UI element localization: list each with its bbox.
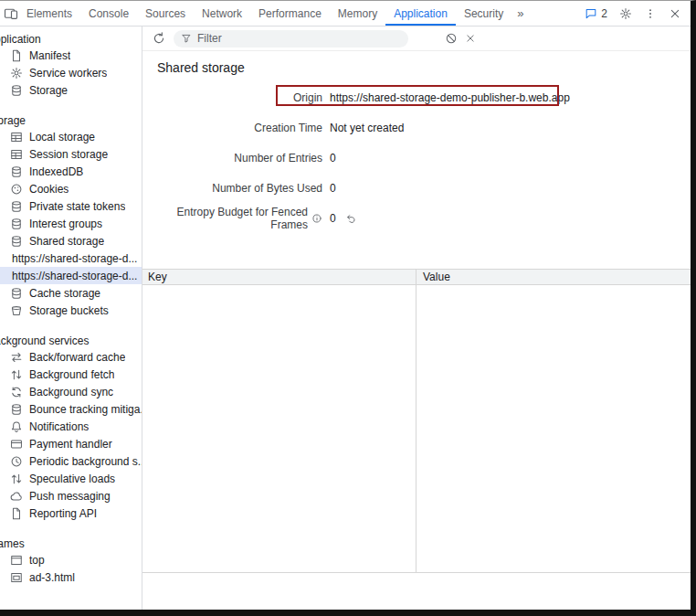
notifications-bell-icon (10, 420, 23, 433)
sidebar-item-label: top (29, 554, 45, 567)
sidebar-item-label: Payment handler (29, 438, 112, 451)
metadata-row-number-of-bytes: Number of Bytes Used 0 (142, 179, 691, 197)
section-title-background-services: Background services (0, 334, 129, 348)
section-storage: Storage Local storage Session storage In… (0, 113, 142, 319)
entropy-budget-label-text: Entropy Budget for Fenced Frames (142, 206, 308, 231)
messages-bubble-icon (585, 7, 597, 20)
sidebar-item-label: Manifest (29, 49, 70, 62)
sidebar-item-shared-storage-origin-b-selected[interactable]: https://shared-storage-d... (0, 267, 142, 284)
metadata-row-entropy-budget: Entropy Budget for Fenced Frames 0 (142, 209, 691, 228)
background-fetch-icon (10, 368, 23, 381)
entropy-budget-value: 0 (330, 212, 336, 225)
sidebar-item-storage[interactable]: Storage (0, 81, 142, 99)
column-divider (416, 285, 417, 572)
sidebar-item-shared-storage[interactable]: Shared storage (0, 232, 142, 250)
metadata-label: Entropy Budget for Fenced Frames (142, 206, 322, 231)
sidebar-item-speculative-loads[interactable]: Speculative loads (0, 470, 142, 487)
session-storage-table-icon (10, 148, 23, 161)
manifest-document-icon (10, 49, 23, 62)
sidebar-item-cache-storage[interactable]: Cache storage (0, 284, 142, 302)
sidebar-item-periodic-background-sync[interactable]: Periodic background s... (0, 452, 142, 470)
sidebar-item-session-storage[interactable]: Session storage (0, 145, 142, 163)
clear-all-icon[interactable] (445, 32, 458, 45)
sidebar-item-push-messaging[interactable]: Push messaging (0, 487, 142, 504)
sidebar-item-label: Bounce tracking mitiga... (29, 403, 142, 416)
kebab-menu-icon[interactable] (644, 7, 657, 20)
more-tabs-button[interactable]: » (511, 1, 529, 26)
shared-storage-icon (10, 235, 23, 248)
sidebar-item-interest-groups[interactable]: Interest groups (0, 215, 142, 232)
sidebar-item-payment-handler[interactable]: Payment handler (0, 435, 142, 452)
sidebar-item-frame-ad3[interactable]: ad-3.html (0, 568, 142, 586)
tab-sources[interactable]: Sources (137, 1, 194, 26)
tab-performance[interactable]: Performance (250, 1, 330, 26)
sidebar-item-background-fetch[interactable]: Background fetch (0, 366, 142, 383)
application-sidebar: Application Manifest Service workers Sto… (0, 27, 142, 610)
issues-indicator[interactable]: 2 (585, 7, 607, 20)
metadata-label: Creation Time (142, 122, 322, 134)
sidebar-item-notifications[interactable]: Notifications (0, 418, 142, 435)
sidebar-item-label: Periodic background s... (29, 455, 142, 468)
sidebar-item-label: Cache storage (29, 287, 100, 300)
tab-application[interactable]: Application (385, 1, 456, 26)
table-body-empty (142, 285, 691, 573)
sidebar-item-frame-top[interactable]: top (0, 551, 142, 568)
sidebar-item-shared-storage-origin-a[interactable]: https://shared-storage-d... (0, 250, 142, 267)
back-forward-cache-icon (10, 351, 23, 364)
sidebar-item-label: Speculative loads (29, 473, 115, 485)
info-icon[interactable] (311, 213, 322, 224)
sidebar-item-private-state-tokens[interactable]: Private state tokens (0, 197, 142, 215)
close-devtools-icon[interactable] (669, 7, 681, 20)
sidebar-item-manifest[interactable]: Manifest (0, 47, 142, 64)
panel-toolbar (142, 27, 691, 51)
sidebar-item-label: ad-3.html (29, 571, 75, 584)
sidebar-item-label: https://shared-storage-d... (12, 270, 137, 282)
reporting-api-document-icon (10, 507, 23, 520)
origin-value: https://shared-storage-demo-publisher-b.… (330, 91, 570, 104)
tab-security[interactable]: Security (456, 1, 511, 26)
key-value-table: Key Value (142, 269, 691, 573)
background-sync-icon (10, 386, 23, 398)
shared-storage-panel: Shared storage Origin https://shared-sto… (142, 27, 691, 610)
delete-selected-icon[interactable] (465, 33, 476, 44)
cache-storage-icon (10, 287, 23, 300)
table-header-row: Key Value (142, 269, 691, 285)
sidebar-item-bounce-tracking[interactable]: Bounce tracking mitiga... (0, 400, 142, 418)
column-header-key[interactable]: Key (142, 270, 417, 284)
metadata-row-creation-time: Creation Time Not yet created (142, 119, 691, 137)
filter-box[interactable] (174, 30, 408, 48)
sidebar-item-label: Local storage (29, 131, 95, 143)
sidebar-item-label: https://shared-storage-d... (12, 252, 137, 265)
tab-elements[interactable]: Elements (18, 1, 80, 26)
section-title-frames: Frames (0, 536, 129, 551)
private-state-tokens-icon (10, 200, 23, 213)
filter-input[interactable] (197, 32, 380, 45)
iframe-icon (10, 571, 23, 584)
section-title-application: Application (0, 32, 129, 47)
section-application: Application Manifest Service workers Sto… (0, 32, 142, 99)
sidebar-item-label: Service workers (29, 67, 107, 80)
sidebar-item-back-forward-cache[interactable]: Back/forward cache (0, 348, 142, 366)
sidebar-item-cookies[interactable]: Cookies (0, 180, 142, 197)
sidebar-item-service-workers[interactable]: Service workers (0, 64, 142, 81)
sidebar-item-background-sync[interactable]: Background sync (0, 383, 142, 400)
metadata-row-origin: Origin https://shared-storage-demo-publi… (142, 89, 691, 107)
column-header-value[interactable]: Value (417, 270, 450, 284)
sidebar-item-local-storage[interactable]: Local storage (0, 128, 142, 145)
sidebar-item-label: Back/forward cache (29, 351, 125, 364)
reset-budget-icon[interactable] (345, 213, 357, 225)
filter-funnel-icon (181, 33, 192, 44)
sidebar-item-label: Background sync (29, 386, 113, 398)
settings-gear-icon[interactable] (619, 7, 632, 20)
sidebar-item-storage-buckets[interactable]: Storage buckets (0, 302, 142, 319)
sidebar-item-reporting-api[interactable]: Reporting API (0, 504, 142, 522)
tab-network[interactable]: Network (194, 1, 250, 26)
issues-count: 2 (601, 7, 607, 20)
refresh-icon[interactable] (152, 31, 166, 46)
sidebar-item-indexeddb[interactable]: IndexedDB (0, 163, 142, 180)
tab-console[interactable]: Console (80, 1, 137, 26)
metadata-report: Origin https://shared-storage-demo-publi… (142, 89, 691, 228)
number-of-bytes-value: 0 (330, 182, 336, 195)
tab-memory[interactable]: Memory (330, 1, 385, 26)
toggle-device-toolbar-icon[interactable] (4, 6, 18, 21)
